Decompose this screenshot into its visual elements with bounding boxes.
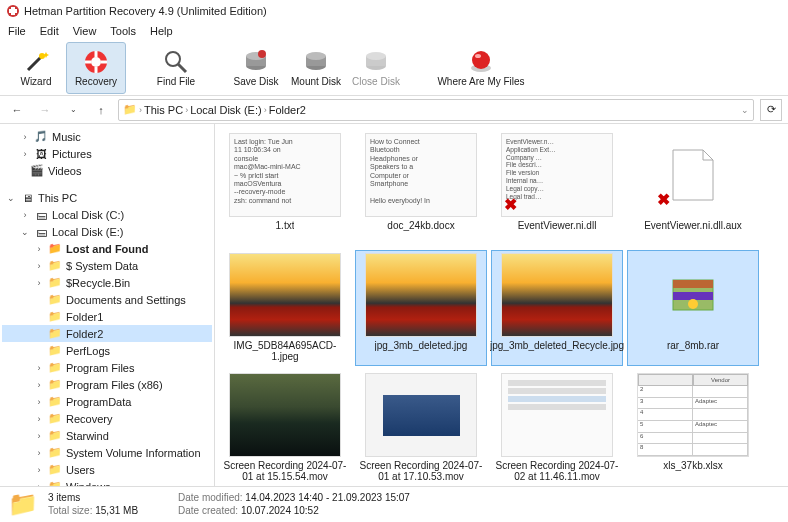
folder-icon: 📁: [48, 327, 62, 341]
svg-rect-22: [673, 280, 713, 288]
chevron-icon: ›: [34, 397, 44, 407]
sidebar-item-folder[interactable]: ›📁Lost and Found: [2, 240, 212, 257]
file-item[interactable]: Screen Recording 2024-07-01 at 17.10.53.…: [355, 370, 487, 486]
menu-help[interactable]: Help: [150, 25, 173, 37]
dll-preview: EventViewer.n… Application Ext… Company …: [501, 133, 613, 217]
mountdisk-button[interactable]: Mount Disk: [286, 42, 346, 94]
sidebar-item-folder[interactable]: ›📁$ System Data: [2, 257, 212, 274]
back-button[interactable]: ←: [6, 99, 28, 121]
folder-icon: 📁: [48, 378, 62, 392]
sidebar-item-folder[interactable]: ›📁Users: [2, 461, 212, 478]
titlebar: Hetman Partition Recovery 4.9 (Unlimited…: [0, 0, 788, 22]
savedisk-button[interactable]: Save Disk: [226, 42, 286, 94]
file-item[interactable]: Screen Recording 2024-07-02 at 11.46.11.…: [491, 370, 623, 486]
menu-edit[interactable]: Edit: [40, 25, 59, 37]
recovery-button[interactable]: Recovery: [66, 42, 126, 94]
xlsx-thumb: Vendor 2 3Adaptec 4 5Adaptec 6 8: [637, 373, 749, 457]
chevron-down-icon[interactable]: ⌄: [741, 105, 749, 115]
sidebar-item-folder[interactable]: 📁Folder2: [2, 325, 212, 342]
wizard-button[interactable]: Wizard: [6, 42, 66, 94]
up-button[interactable]: ↑: [90, 99, 112, 121]
folder-icon: 📁: [48, 310, 62, 324]
refresh-button[interactable]: ⟳: [760, 99, 782, 121]
file-item[interactable]: jpg_3mb_deleted_Recycle.jpg: [491, 250, 623, 366]
folder-icon: 📁: [48, 429, 62, 443]
svg-point-6: [166, 52, 180, 66]
svg-rect-2: [9, 9, 17, 13]
chevron-icon: ›: [34, 244, 44, 254]
chevron-icon: ›: [34, 414, 44, 424]
sidebar-item-folder[interactable]: ›📁System Volume Information: [2, 444, 212, 461]
txt-preview: Last login: Tue Jun 11 10:06:34 on conso…: [229, 133, 341, 217]
sidebar-item-folder[interactable]: ›📁ProgramData: [2, 393, 212, 410]
file-grid: Last login: Tue Jun 11 10:06:34 on conso…: [215, 124, 788, 486]
file-item[interactable]: EventViewer.n… Application Ext… Company …: [491, 130, 623, 246]
sidebar-item-folder[interactable]: ›📁Windows: [2, 478, 212, 486]
drive-icon: 🖴: [34, 225, 48, 239]
file-item[interactable]: Screen Recording 2024-07-01 at 15.15.54.…: [219, 370, 351, 486]
sidebar-item-music[interactable]: ›🎵Music: [2, 128, 212, 145]
closedisk-button: Close Disk: [346, 42, 406, 94]
main: ›🎵Music ›🖼Pictures 🎬Videos ⌄🖥This PC ›🖴L…: [0, 124, 788, 486]
svg-point-5: [91, 57, 101, 67]
file-item[interactable]: rar_8mb.rar: [627, 250, 759, 366]
svg-point-24: [688, 299, 698, 309]
menubar: File Edit View Tools Help: [0, 22, 788, 40]
pictures-icon: 🖼: [34, 147, 48, 161]
chevron-right-icon: ›: [185, 105, 188, 115]
file-item[interactable]: ✖EventViewer.ni.dll.aux: [627, 130, 759, 246]
sidebar-item-drive-c[interactable]: ›🖴Local Disk (C:): [2, 206, 212, 223]
sidebar-item-drive-e[interactable]: ⌄🖴Local Disk (E:): [2, 223, 212, 240]
redbutton-icon: [467, 48, 495, 76]
menu-tools[interactable]: Tools: [110, 25, 136, 37]
menu-file[interactable]: File: [8, 25, 26, 37]
sidebar-item-thispc[interactable]: ⌄🖥This PC: [2, 189, 212, 206]
sidebar-item-folder[interactable]: 📁PerfLogs: [2, 342, 212, 359]
file-item[interactable]: IMG_5DB84A695ACD-1.jpeg: [219, 250, 351, 366]
chevron-icon: ›: [34, 448, 44, 458]
crumb-folder[interactable]: Folder2: [269, 104, 306, 116]
crumb-disk[interactable]: Local Disk (E:): [190, 104, 262, 116]
svg-point-17: [366, 52, 386, 60]
breadcrumb[interactable]: 📁 › This PC › Local Disk (E:) › Folder2 …: [118, 99, 754, 121]
aux-thumb: ✖: [637, 133, 749, 217]
svg-point-14: [306, 52, 326, 60]
menu-view[interactable]: View: [73, 25, 97, 37]
folder-icon: 📁: [48, 276, 62, 290]
savedisk-icon: [242, 48, 270, 76]
chevron-icon: ›: [34, 465, 44, 475]
sidebar-item-folder[interactable]: ›📁$Recycle.Bin: [2, 274, 212, 291]
sidebar-item-folder[interactable]: ›📁Starwind: [2, 427, 212, 444]
chevron-right-icon: ›: [264, 105, 267, 115]
findfile-button[interactable]: Find File: [146, 42, 206, 94]
svg-rect-23: [673, 292, 713, 300]
folder-icon: 📁: [48, 344, 62, 358]
rar-thumb: [637, 253, 749, 337]
sidebar-item-pictures[interactable]: ›🖼Pictures: [2, 145, 212, 162]
music-icon: 🎵: [34, 130, 48, 144]
file-item[interactable]: jpg_3mb_deleted.jpg: [355, 250, 487, 366]
folder-icon: 📁: [48, 259, 62, 273]
file-item[interactable]: How to Connect Bluetooth Headphones or S…: [355, 130, 487, 246]
crumb-thispc[interactable]: This PC: [144, 104, 183, 116]
wand-icon: [22, 48, 50, 76]
sidebar-item-folder[interactable]: 📁Documents and Settings: [2, 291, 212, 308]
sidebar-item-folder[interactable]: 📁Folder1: [2, 308, 212, 325]
file-item[interactable]: Vendor 2 3Adaptec 4 5Adaptec 6 8 xls_37k…: [627, 370, 759, 486]
folder-icon: 📁: [48, 395, 62, 409]
dropdown-button[interactable]: ⌄: [62, 99, 84, 121]
sidebar-item-videos[interactable]: 🎬Videos: [2, 162, 212, 179]
chevron-icon: ›: [34, 363, 44, 373]
x-icon: ✖: [657, 190, 670, 209]
chevron-icon: ›: [34, 278, 44, 288]
sidebar-item-folder[interactable]: ›📁Program Files (x86): [2, 376, 212, 393]
file-item[interactable]: Last login: Tue Jun 11 10:06:34 on conso…: [219, 130, 351, 246]
chevron-icon: ›: [34, 380, 44, 390]
videos-icon: 🎬: [30, 164, 44, 178]
forward-button[interactable]: →: [34, 99, 56, 121]
wheremyfiles-button[interactable]: Where Are My Files: [426, 42, 536, 94]
toolbar: Wizard Recovery Find File Save Disk Moun…: [0, 40, 788, 96]
svg-point-20: [475, 54, 481, 58]
sidebar-item-folder[interactable]: ›📁Recovery: [2, 410, 212, 427]
sidebar-item-folder[interactable]: ›📁Program Files: [2, 359, 212, 376]
